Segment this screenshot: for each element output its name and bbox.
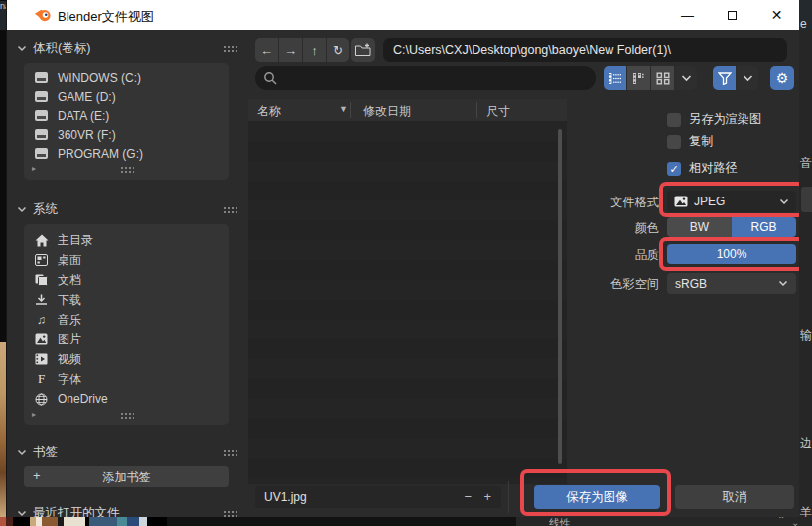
section-title: 系统: [33, 201, 217, 218]
system-item-fonts[interactable]: F 字体: [24, 369, 229, 389]
search-input[interactable]: [255, 66, 596, 90]
view-vertical-list-button[interactable]: [604, 66, 626, 90]
scrollbar[interactable]: [558, 129, 562, 464]
grip-handle-icon[interactable]: [120, 166, 134, 173]
section-title: 书签: [33, 444, 217, 460]
file-format-value: JPEG: [694, 195, 773, 208]
file-list-area[interactable]: [248, 121, 567, 484]
increment-button[interactable]: +: [483, 489, 491, 504]
maximize-button[interactable]: [710, 0, 754, 30]
volume-item[interactable]: GAME (D:): [24, 87, 229, 106]
cancel-button[interactable]: 取消: [675, 485, 794, 509]
system-item-pictures[interactable]: 图片: [24, 329, 229, 349]
add-bookmark-label: 添加书签: [24, 469, 229, 486]
back-icon: ←: [260, 43, 273, 58]
copy-option[interactable]: 复制: [667, 133, 713, 150]
refresh-button[interactable]: ↻: [327, 38, 349, 62]
background-text-fragment: e: [800, 17, 807, 31]
close-button[interactable]: ✕: [754, 0, 799, 30]
file-browser-dialog: Blender文件视图 — ✕ 体积(卷标) WINDOWS (C:) GAME…: [7, 0, 799, 526]
checkbox-unchecked-icon[interactable]: [667, 135, 681, 149]
drive-icon: [34, 110, 49, 121]
system-item-downloads[interactable]: 下载: [24, 290, 229, 310]
gear-icon: ⚙: [776, 70, 789, 86]
image-icon: [34, 333, 49, 345]
system-item-documents[interactable]: 文档: [24, 270, 229, 290]
close-icon: ✕: [771, 7, 783, 23]
decrement-button[interactable]: −: [464, 489, 472, 504]
filter-button[interactable]: [713, 66, 736, 90]
column-name[interactable]: 名称: [257, 103, 281, 120]
column-date[interactable]: 修改日期: [363, 103, 411, 120]
system-item-videos[interactable]: 视频: [24, 349, 229, 369]
background-text-fragment: 音: [800, 155, 812, 172]
new-folder-button[interactable]: [351, 38, 375, 62]
section-header-system[interactable]: 系统: [17, 200, 237, 218]
dialog-body: 体积(卷标) WINDOWS (C:) GAME (D:) DATA (E:) …: [7, 30, 799, 526]
section-header-bookmarks[interactable]: 书签: [17, 443, 237, 460]
system-item-home[interactable]: 主目录: [24, 230, 229, 250]
up-button[interactable]: ↑: [303, 38, 326, 62]
checkbox-unchecked-icon[interactable]: [667, 113, 681, 127]
background-bottom-strip: 线性 ⌃ ⌄: [0, 517, 812, 526]
back-button[interactable]: ←: [255, 38, 278, 62]
add-bookmark-button[interactable]: + 添加书签: [24, 466, 229, 487]
volume-item[interactable]: DATA (E:): [24, 106, 229, 125]
grip-handle-icon[interactable]: [120, 412, 134, 419]
drive-icon: [34, 72, 49, 83]
volume-item[interactable]: PROGRAM (G:): [24, 144, 229, 163]
grip-handle-icon[interactable]: [223, 206, 237, 213]
volume-item[interactable]: 360VR (F:): [24, 125, 229, 144]
font-icon: F: [34, 371, 49, 387]
system-item-label: 图片: [58, 331, 81, 348]
quality-label: 品质: [546, 247, 659, 264]
chevron-down-icon: [17, 510, 27, 517]
color-space-dropdown[interactable]: sRGB: [667, 273, 796, 294]
view-detail-list-icon: [632, 72, 646, 85]
search-icon: [263, 71, 277, 85]
checkbox-checked-icon[interactable]: ✓: [667, 162, 681, 176]
view-detail-list-button[interactable]: [627, 66, 650, 90]
system-item-desktop[interactable]: 桌面: [24, 250, 229, 270]
relative-path-option[interactable]: ✓ 相对路径: [667, 160, 738, 177]
nav-button-group: ← → ↑ ↻: [255, 38, 349, 62]
file-format-dropdown[interactable]: JPEG: [667, 191, 796, 212]
section-title: 体积(卷标): [33, 40, 217, 57]
view-thumbnail-icon: [656, 72, 670, 85]
volume-item[interactable]: WINDOWS (C:): [24, 68, 229, 87]
path-input[interactable]: C:\Users\CXJ\Desktop\gong\baoye\New Fold…: [383, 38, 787, 62]
system-item-music[interactable]: ♫ 音乐: [24, 310, 229, 329]
filter-dropdown-button[interactable]: [737, 66, 758, 90]
video-icon: [34, 353, 49, 365]
column-size[interactable]: 尺寸: [486, 103, 510, 120]
color-rgb-button[interactable]: RGB: [732, 217, 796, 237]
color-bw-button[interactable]: BW: [667, 217, 732, 237]
minimize-button[interactable]: —: [665, 0, 710, 30]
expand-icon[interactable]: ▸: [32, 410, 36, 419]
column-divider: [350, 102, 351, 118]
save-as-render-option[interactable]: 另存为渲染图: [667, 111, 761, 128]
home-icon: [34, 234, 49, 247]
background-thumbnails-fragment: [0, 517, 167, 526]
chevron-down-icon: [681, 74, 692, 82]
chevron-down-icon: [779, 198, 789, 205]
display-mode-dropdown-button[interactable]: [675, 66, 697, 90]
forward-button[interactable]: →: [279, 38, 302, 62]
grip-handle-icon[interactable]: [223, 45, 237, 52]
chevron-down-icon: [17, 449, 27, 456]
settings-button[interactable]: ⚙: [770, 66, 794, 90]
expand-icon[interactable]: ▸: [32, 164, 36, 173]
chevron-down-icon: [17, 206, 27, 213]
footer-divider: [508, 481, 509, 513]
background-right-sliver: e 音 输 边 羊 新: [799, 0, 812, 526]
sort-descending-icon[interactable]: ▼: [339, 104, 348, 114]
view-thumbnail-button[interactable]: [651, 66, 674, 90]
grip-handle-icon[interactable]: [223, 449, 237, 456]
grip-handle-icon[interactable]: [223, 510, 237, 517]
drive-icon: [34, 129, 49, 140]
save-as-image-button[interactable]: 保存为图像: [534, 485, 660, 509]
system-item-onedrive[interactable]: OneDrive: [24, 389, 229, 409]
quality-slider[interactable]: 100%: [667, 244, 796, 264]
section-header-volumes[interactable]: 体积(卷标): [17, 39, 237, 57]
filename-input[interactable]: UV1.jpg − +: [255, 486, 501, 508]
